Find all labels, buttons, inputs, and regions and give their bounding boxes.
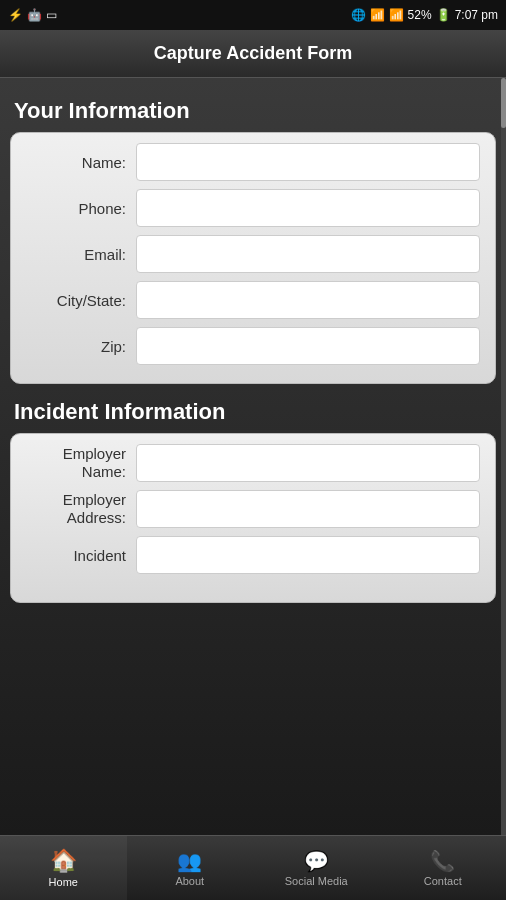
incident-row: Incident [26, 536, 480, 574]
employer-name-input[interactable] [136, 444, 480, 482]
phone-input[interactable] [136, 189, 480, 227]
screen-icon: ▭ [46, 8, 57, 22]
email-input[interactable] [136, 235, 480, 273]
about-icon: 👥 [177, 849, 202, 873]
name-input[interactable] [136, 143, 480, 181]
zip-row: Zip: [26, 327, 480, 365]
phone-label: Phone: [26, 200, 136, 217]
employer-address-input[interactable] [136, 490, 480, 528]
citystate-row: City/State: [26, 281, 480, 319]
contact-icon: 📞 [430, 849, 455, 873]
nav-item-home[interactable]: 🏠 Home [0, 836, 127, 900]
nav-item-contact[interactable]: 📞 Contact [380, 836, 507, 900]
name-row: Name: [26, 143, 480, 181]
home-icon: 🏠 [50, 848, 77, 874]
nav-item-social-media[interactable]: 💬 Social Media [253, 836, 380, 900]
employer-name-label: EmployerName: [26, 445, 136, 481]
incident-information-card: EmployerName: EmployerAddress: Incident [10, 433, 496, 603]
main-content[interactable]: Your Information Name: Phone: Email: Cit… [0, 78, 506, 835]
android-icon: 🤖 [27, 8, 42, 22]
incident-label: Incident [26, 547, 136, 564]
email-label: Email: [26, 246, 136, 263]
globe-icon: 🌐 [351, 8, 366, 22]
status-bar: ⚡ 🤖 ▭ 🌐 📶 📶 52% 🔋 7:07 pm [0, 0, 506, 30]
title-bar: Capture Accident Form [0, 30, 506, 78]
incident-input[interactable] [136, 536, 480, 574]
battery-percent: 52% [408, 8, 432, 22]
usb-icon: ⚡ [8, 8, 23, 22]
citystate-input[interactable] [136, 281, 480, 319]
signal-icon: 📶 [389, 8, 404, 22]
your-information-card: Name: Phone: Email: City/State: Zip: [10, 132, 496, 384]
bottom-nav: 🏠 Home 👥 About 💬 Social Media 📞 Contact [0, 835, 506, 900]
zip-label: Zip: [26, 338, 136, 355]
employer-name-row: EmployerName: [26, 444, 480, 482]
phone-row: Phone: [26, 189, 480, 227]
employer-address-row: EmployerAddress: [26, 490, 480, 528]
email-row: Email: [26, 235, 480, 273]
incident-information-header: Incident Information [14, 399, 496, 425]
battery-icon: 🔋 [436, 8, 451, 22]
about-label: About [175, 875, 204, 887]
wifi-icon: 📶 [370, 8, 385, 22]
contact-label: Contact [424, 875, 462, 887]
page-title: Capture Accident Form [154, 43, 352, 64]
nav-item-about[interactable]: 👥 About [127, 836, 254, 900]
home-label: Home [49, 876, 78, 888]
social-media-label: Social Media [285, 875, 348, 887]
status-bar-right: 🌐 📶 📶 52% 🔋 7:07 pm [351, 8, 498, 22]
name-label: Name: [26, 154, 136, 171]
zip-input[interactable] [136, 327, 480, 365]
your-information-header: Your Information [14, 98, 496, 124]
status-bar-left: ⚡ 🤖 ▭ [8, 8, 57, 22]
citystate-label: City/State: [26, 292, 136, 309]
social-media-icon: 💬 [304, 849, 329, 873]
employer-address-label: EmployerAddress: [26, 491, 136, 527]
time-display: 7:07 pm [455, 8, 498, 22]
